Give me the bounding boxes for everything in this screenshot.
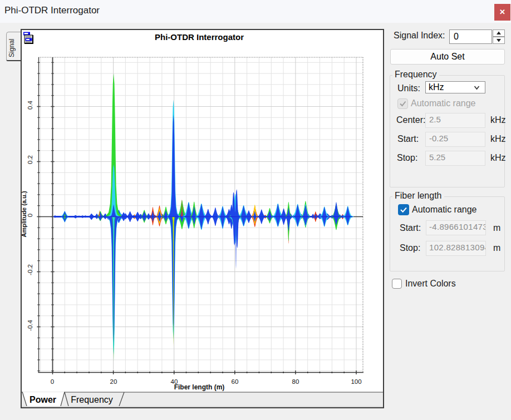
svg-text:60: 60 xyxy=(232,378,239,385)
svg-text:20: 20 xyxy=(110,378,117,385)
svg-text:Frequency: Frequency xyxy=(71,395,113,404)
svg-text:0: 0 xyxy=(27,214,33,217)
svg-text:-0.4: -0.4 xyxy=(27,319,33,330)
svg-text:Amplitude (a.u.): Amplitude (a.u.) xyxy=(21,191,27,237)
svg-text:Fiber length (m): Fiber length (m) xyxy=(174,383,225,391)
svg-text:100: 100 xyxy=(351,378,361,385)
svg-text:Power: Power xyxy=(30,395,56,404)
svg-text:0.2: 0.2 xyxy=(27,155,33,164)
svg-text:80: 80 xyxy=(292,378,299,385)
svg-text:-0.2: -0.2 xyxy=(27,264,33,275)
svg-text:Phi-OTDR Interrogator: Phi-OTDR Interrogator xyxy=(155,32,244,42)
svg-text:0.4: 0.4 xyxy=(27,100,33,110)
svg-text:0: 0 xyxy=(51,378,54,385)
